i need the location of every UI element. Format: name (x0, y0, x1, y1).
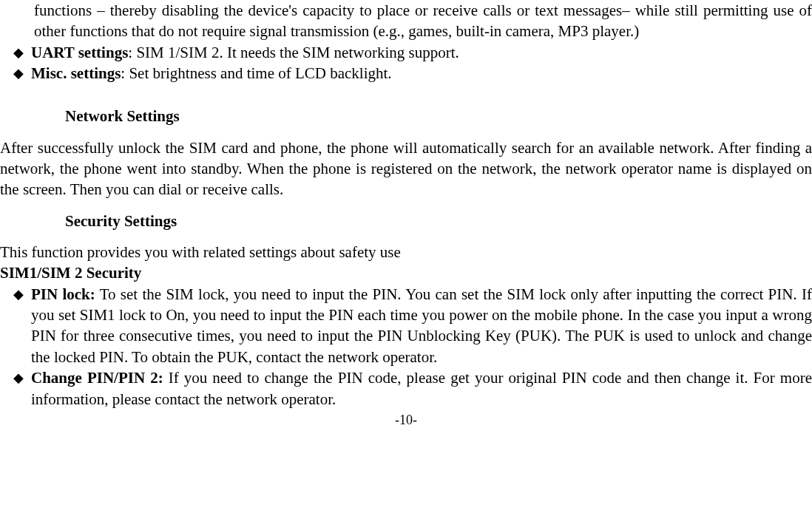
bullet-label: Change PIN/PIN 2: (31, 369, 163, 387)
bullet-change-pin: ◆ Change PIN/PIN 2: If you need to chang… (13, 367, 812, 410)
bullet-uart: ◆ UART settings: SIM 1/SIM 2. It needs t… (13, 42, 812, 63)
bullet-misc: ◆ Misc. settings: Set brightness and tim… (13, 63, 812, 84)
bullet-desc: : Set brightness and time of LCD backlig… (121, 64, 391, 82)
top-fragment: functions – thereby disabling the device… (34, 0, 812, 42)
bullet-text: Change PIN/PIN 2: If you need to change … (31, 367, 812, 410)
network-settings-paragraph: After successfully unlock the SIM card a… (0, 138, 812, 200)
bullet-label: UART settings (31, 44, 128, 61)
page-content: functions – thereby disabling the device… (0, 0, 812, 429)
bullet-desc: To set the SIM lock, you need to input t… (31, 285, 812, 366)
bullet-desc: : SIM 1/SIM 2. It needs the SIM networki… (128, 44, 459, 61)
bullet-label: Misc. settings (31, 64, 121, 82)
page-number: -10- (0, 411, 812, 429)
diamond-icon: ◆ (13, 42, 24, 63)
diamond-icon: ◆ (13, 367, 24, 388)
heading-network-settings: Network Settings (65, 106, 812, 126)
security-intro: This function provides you with related … (0, 242, 812, 262)
bullet-pin-lock: ◆ PIN lock: To set the SIM lock, you nee… (13, 284, 812, 367)
bullet-text: Misc. settings: Set brightness and time … (31, 63, 812, 84)
bullet-text: PIN lock: To set the SIM lock, you need … (31, 284, 812, 367)
diamond-icon: ◆ (13, 63, 24, 84)
bullet-text: UART settings: SIM 1/SIM 2. It needs the… (31, 42, 812, 63)
heading-security-settings: Security Settings (65, 211, 812, 231)
sim-security-subheading: SIM1/SIM 2 Security (0, 262, 812, 283)
bullet-label: PIN lock: (31, 285, 95, 303)
diamond-icon: ◆ (13, 284, 24, 305)
